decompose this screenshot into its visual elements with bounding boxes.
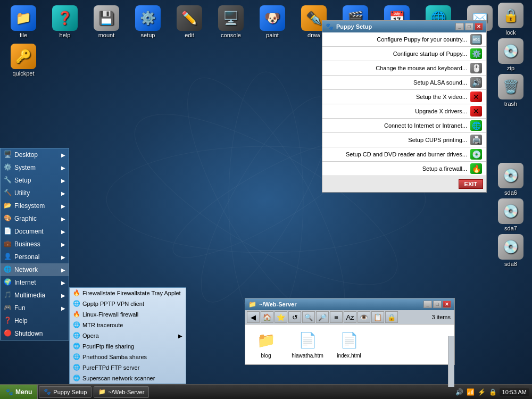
svg-point-3 bbox=[229, 72, 303, 327]
sidebar-item-document[interactable]: 📄 Document ▶ bbox=[1, 225, 69, 238]
console-icon: 🖥️ bbox=[218, 5, 244, 31]
right-icon-sda8[interactable]: 💿 sda8 bbox=[492, 234, 529, 267]
file-item-index[interactable]: 📄 index.html bbox=[331, 327, 367, 362]
graphic-menu-icon: 🎨 bbox=[4, 214, 12, 223]
internet-arrow: ▶ bbox=[61, 280, 65, 286]
submenu-item-pnethood[interactable]: 🌐 Pnethood Samba shares bbox=[70, 352, 186, 362]
sidebar-item-help[interactable]: ❓ Help bbox=[1, 314, 69, 327]
desktop-icon-file[interactable]: 📁 file bbox=[3, 3, 44, 41]
pnethood-icon: 🌐 bbox=[73, 353, 80, 361]
submenu-item-linux-firewall[interactable]: 🔥 Linux-Firewall firewall bbox=[70, 309, 186, 320]
sidebar-item-multimedia[interactable]: 🎵 Multimedia ▶ bbox=[1, 289, 69, 302]
lock-label: lock bbox=[505, 29, 516, 36]
web-server-titlebar[interactable]: 📁 ~/Web-Server _ □ ✕ bbox=[245, 298, 454, 310]
submenu-item-mtr[interactable]: 🌐 MTR traceroute bbox=[70, 320, 186, 330]
setup-item-internet[interactable]: Connect to Internet or Intranet... 🌐 bbox=[322, 119, 486, 133]
exit-button[interactable]: EXIT bbox=[459, 179, 483, 189]
fm-preview-button[interactable]: 👁️ bbox=[358, 311, 370, 323]
tray-sound-icon[interactable]: 🔊 bbox=[455, 387, 464, 397]
internet-setup-label: Connect to Internet or Intranet... bbox=[327, 122, 470, 129]
sda6-label: sda6 bbox=[504, 189, 517, 196]
setup-item-firewall[interactable]: Setup a firewall... 🔥 bbox=[322, 162, 486, 176]
start-button[interactable]: 🐾 Menu bbox=[0, 385, 38, 399]
right-icon-sda6[interactable]: 💿 sda6 bbox=[492, 163, 529, 196]
setup-item-alsa[interactable]: Setup ALSA sound... 🔊 bbox=[322, 76, 486, 90]
fun-menu-label: Fun bbox=[14, 304, 26, 312]
minimize-button[interactable]: _ bbox=[455, 23, 464, 30]
sidebar-item-personal[interactable]: 👤 Personal ▶ bbox=[1, 251, 69, 263]
sidebar-item-system[interactable]: ⚙️ System ▶ bbox=[1, 161, 69, 174]
desktop-icon-help[interactable]: ❓ help bbox=[44, 3, 86, 41]
fm-back-button[interactable]: ◀ bbox=[247, 311, 260, 323]
vertical-scrollbar[interactable] bbox=[448, 336, 454, 387]
setup-item-startup[interactable]: Configure startup of Puppy... ⚙️ bbox=[322, 47, 486, 61]
submenu-item-pureftp[interactable]: 🌐 PureFTPd FTP server bbox=[70, 362, 186, 373]
sidebar-item-shutdown[interactable]: 🔴 Shutdown bbox=[1, 327, 69, 340]
desktop-icon-setup[interactable]: ⚙️ setup bbox=[127, 3, 169, 41]
tray-network-icon[interactable]: 📶 bbox=[466, 387, 476, 397]
help-icon-label: help bbox=[60, 32, 71, 38]
fm-refresh-button[interactable]: ↺ bbox=[288, 311, 301, 323]
firewallstate-label: Firewallstate Firewallstate Tray Applet bbox=[82, 290, 181, 296]
setup-item-cdrom[interactable]: Setup CD and DVD reader and burner drive… bbox=[322, 147, 486, 162]
submenu-item-superscan[interactable]: 🌐 Superscan network scanner bbox=[70, 373, 186, 384]
tray-lock-icon[interactable]: 🔒 bbox=[488, 387, 498, 397]
file-item-hiawatha[interactable]: 📄 hiawatha.htm bbox=[289, 327, 326, 362]
setup-item-xdrivers[interactable]: Upgrade X drivers... ✕ bbox=[322, 104, 486, 119]
submenu-item-opera[interactable]: 🌐 Opera ▶ bbox=[70, 330, 186, 341]
fm-home-button[interactable]: 🏠 bbox=[261, 311, 273, 323]
lock-icon: 🔒 bbox=[498, 3, 523, 28]
puppy-setup-titlebar[interactable]: 🐾 Puppy Setup _ □ ✕ bbox=[322, 21, 486, 32]
sidebar-item-business[interactable]: 💼 Business ▶ bbox=[1, 238, 69, 251]
setup-item-xvideo[interactable]: Setup the X video... ✕ bbox=[322, 90, 486, 104]
network-arrow: ▶ bbox=[61, 267, 65, 273]
fm-copy-button[interactable]: 📋 bbox=[371, 311, 384, 323]
sidebar-item-utility[interactable]: 🔨 Utility ▶ bbox=[1, 187, 69, 200]
submenu-item-gpptp[interactable]: 🌐 Gpptp PPTP VPN client bbox=[70, 298, 186, 309]
file-item-blog[interactable]: 📁 blog bbox=[248, 327, 284, 362]
submenu-item-pcurlftp[interactable]: 🌐 PcurlFtp file sharing bbox=[70, 341, 186, 352]
tray-power-icon[interactable]: ⚡ bbox=[477, 387, 487, 397]
web-server-window: 📁 ~/Web-Server _ □ ✕ ◀ 🏠 ⭐ ↺ 🔍 🔎 ≡ Az 👁️… bbox=[245, 298, 455, 365]
right-icon-sda7[interactable]: 💿 sda7 bbox=[492, 198, 529, 231]
sda6-icon: 💿 bbox=[498, 163, 523, 188]
system-menu-label: System bbox=[14, 164, 36, 171]
paint-icon-label: paint bbox=[266, 32, 279, 38]
sidebar-item-setup[interactable]: 🔧 Setup ▶ bbox=[1, 174, 69, 187]
desktop-icon-quickpet[interactable]: 🔑 quickpet bbox=[3, 41, 44, 79]
fm-sort-button[interactable]: Az bbox=[344, 311, 356, 323]
sidebar-item-desktop[interactable]: 🖥️ Desktop ▶ bbox=[1, 148, 69, 161]
ws-close-button[interactable]: ✕ bbox=[443, 301, 451, 308]
ws-maximize-button[interactable]: □ bbox=[433, 301, 442, 308]
setup-item-cups[interactable]: Setup CUPS printing... 🖨️ bbox=[322, 133, 486, 147]
sidebar-item-network[interactable]: 🌐 Network ▶ bbox=[1, 263, 69, 276]
fm-bookmark-button[interactable]: ⭐ bbox=[275, 311, 287, 323]
desktop-icon-console[interactable]: 🖥️ console bbox=[210, 3, 252, 41]
submenu-item-firewallstate[interactable]: 🔥 Firewallstate Firewallstate Tray Apple… bbox=[70, 288, 186, 298]
fm-view-button[interactable]: ≡ bbox=[330, 311, 343, 323]
taskbar-web-server[interactable]: 📁 ~/Web-Server bbox=[94, 386, 149, 398]
desktop-icon-mount[interactable]: 💾 mount bbox=[86, 3, 127, 41]
setup-item-country[interactable]: Configure Puppy for your country... 🔤 bbox=[322, 32, 486, 47]
close-button[interactable]: ✕ bbox=[475, 23, 483, 30]
mount-icon-label: mount bbox=[98, 32, 115, 38]
taskbar-tray: 🔊 📶 ⚡ 🔒 10:53 AM bbox=[455, 387, 532, 397]
taskbar-puppy-setup[interactable]: 🐾 Puppy Setup bbox=[39, 386, 92, 398]
fm-zoomin-button[interactable]: 🔍 bbox=[302, 311, 315, 323]
ws-minimize-button[interactable]: _ bbox=[423, 301, 432, 308]
start-button-icon: 🐾 bbox=[5, 388, 13, 396]
sidebar-item-fun[interactable]: 🎮 Fun ▶ bbox=[1, 302, 69, 314]
right-icon-zip[interactable]: 💿 zip bbox=[492, 38, 529, 71]
maximize-button[interactable]: □ bbox=[465, 23, 473, 30]
fm-move-button[interactable]: 🔒 bbox=[385, 311, 398, 323]
desktop-icon-edit[interactable]: ✏️ edit bbox=[169, 3, 210, 41]
sidebar-item-filesystem[interactable]: 📂 Filesystem ▶ bbox=[1, 200, 69, 212]
desktop-icon-paint[interactable]: 🐶 paint bbox=[252, 3, 293, 41]
sidebar-item-internet[interactable]: 🌍 Internet ▶ bbox=[1, 276, 69, 289]
sidebar-item-graphic[interactable]: 🎨 Graphic ▶ bbox=[1, 212, 69, 225]
right-icon-lock[interactable]: 🔒 lock bbox=[492, 3, 529, 36]
setup-item-mouse[interactable]: Change the mouse and keyboard... 🖱️ bbox=[322, 61, 486, 76]
right-icon-trash[interactable]: 🗑️ trash bbox=[492, 74, 529, 107]
fm-zoomout-button[interactable]: 🔎 bbox=[316, 311, 329, 323]
system-arrow: ▶ bbox=[61, 165, 65, 171]
